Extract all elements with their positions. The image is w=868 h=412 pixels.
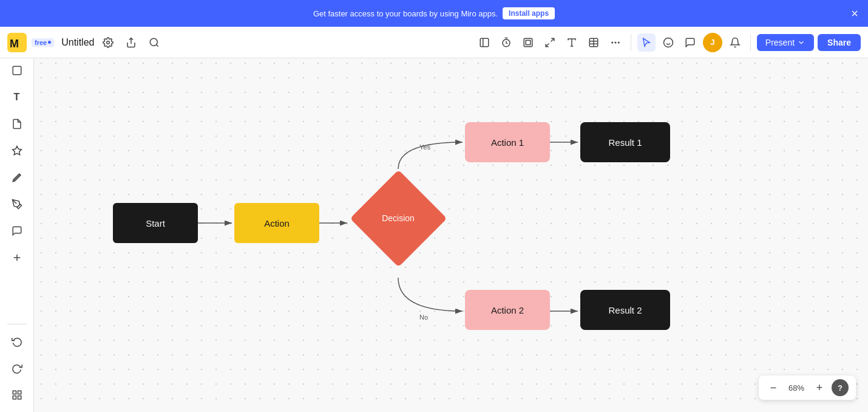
share-export-button[interactable] [122,33,140,52]
minus-icon: − [770,382,777,394]
svg-point-21 [618,42,619,43]
share-button[interactable]: Share [818,34,861,51]
free-badge: free [32,38,54,47]
svg-rect-6 [480,38,489,47]
svg-point-22 [612,42,613,43]
svg-line-28 [13,174,20,181]
marker-icon [12,199,22,210]
more-tools-button[interactable] [606,33,625,52]
decision-diamond-wrap[interactable]: Decision [350,170,447,267]
board-grid-button[interactable] [5,383,29,407]
notifications-button[interactable] [726,33,744,52]
install-apps-button[interactable]: Install apps [503,7,555,19]
arrow-decision-to-action2 [398,278,463,311]
text-tools-button[interactable] [563,33,581,52]
banner-close-button[interactable]: × [851,7,858,19]
svg-rect-33 [18,391,21,394]
redo-icon [12,363,22,374]
chevron-down-icon [797,38,805,47]
plus-icon [12,252,22,263]
action2-box[interactable]: Action 2 [465,290,550,330]
action-label: Action [264,218,290,228]
svg-point-4 [151,38,158,46]
marker-tool-button[interactable] [5,192,29,216]
frames-button[interactable] [519,33,537,52]
collapse-panel-button[interactable] [475,33,493,52]
zoom-out-button[interactable]: − [766,380,781,395]
comment-tool-button[interactable] [5,219,29,243]
more-icon [610,37,621,48]
result1-box[interactable]: Result 1 [580,122,670,162]
comments-button[interactable] [681,33,699,52]
present-button[interactable]: Present [757,34,814,51]
svg-point-2 [107,41,110,44]
action1-label: Action 1 [491,137,524,148]
svg-marker-27 [12,146,21,155]
separator2 [750,34,751,51]
decision-diamond [350,170,447,267]
shapes-button[interactable] [5,139,29,163]
left-sidebar: T [0,27,34,412]
reactions-icon [663,37,674,48]
frames-tool-button[interactable] [5,58,29,83]
undo-button[interactable] [5,329,29,354]
svg-line-13 [546,43,549,46]
result2-label: Result 2 [608,305,642,315]
action1-box[interactable]: Action 1 [465,122,550,162]
fullscreen-icon [544,37,555,48]
svg-line-12 [551,38,554,41]
share-icon [126,37,137,48]
board-title[interactable]: Untitled [61,37,94,48]
frames-icon [523,37,534,48]
canvas[interactable]: Yes No Start Action Decision Action 1 [34,27,868,412]
svg-text:M: M [10,38,19,50]
search-button[interactable] [145,33,163,52]
sticky-icon [12,118,22,129]
banner-text: Get faster access to your boards by usin… [313,9,498,18]
redo-button[interactable] [5,356,29,380]
comment-icon [685,37,696,48]
avatar[interactable]: J [703,33,722,52]
action2-label: Action 2 [491,305,524,315]
svg-rect-32 [13,391,16,394]
svg-rect-35 [13,396,16,399]
undo-icon [12,336,22,347]
start-label: Start [146,218,165,228]
sticky-notes-button[interactable] [5,112,29,136]
add-tool-button[interactable] [5,245,29,270]
table-button[interactable] [585,33,603,52]
reactions-button[interactable] [659,33,677,52]
pen-tool-button[interactable] [5,165,29,190]
svg-line-5 [157,44,158,46]
arrow-decision-to-action1 [398,142,463,169]
settings-button[interactable] [99,33,117,52]
result1-label: Result 1 [608,137,642,148]
result2-box[interactable]: Result 2 [580,290,670,330]
zoom-level: 68% [785,383,807,393]
shapes-icon [12,145,22,156]
action-box[interactable]: Action [234,203,319,243]
timer-button[interactable] [497,33,515,52]
text-tool-label: T [14,92,20,103]
search-icon [149,37,160,48]
plus-icon: + [816,382,823,394]
help-button[interactable]: ? [832,379,849,396]
header-right: J Present Share [475,33,861,52]
timer-icon [501,37,512,48]
separator [631,34,631,51]
pen-icon [12,172,22,183]
header-bar: M free Untitled [0,27,868,58]
sidebar-divider [7,324,27,324]
help-icon: ? [838,383,843,393]
start-box[interactable]: Start [113,203,198,243]
flowchart: Yes No Start Action Decision Action 1 [34,27,868,412]
cursor-icon [641,37,652,48]
free-dot [48,41,51,44]
edit-mode-button[interactable] [637,33,656,52]
miro-logo-icon: M [7,33,27,52]
text-tool-button[interactable]: T [5,85,29,109]
zoom-in-button[interactable]: + [812,380,827,395]
text-icon [566,37,577,48]
svg-rect-34 [18,396,21,399]
fullscreen-button[interactable] [541,33,559,52]
